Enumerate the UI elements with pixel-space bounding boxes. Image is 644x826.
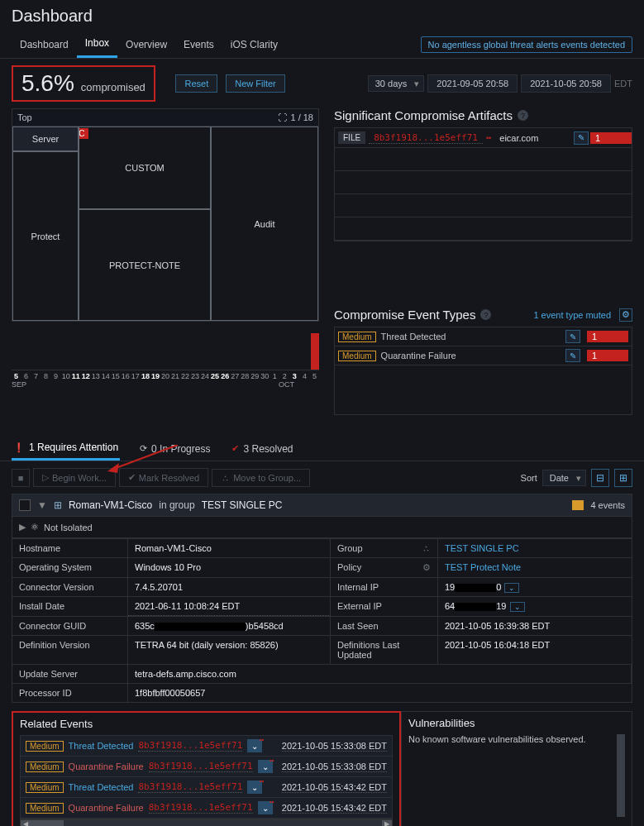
move-to-group-button[interactable]: ⛬Move to Group... <box>212 469 310 487</box>
date-range-select[interactable]: 30 days <box>368 75 425 92</box>
date-start[interactable]: 2021-09-05 20:58 <box>427 74 518 93</box>
help-icon[interactable]: ? <box>518 110 528 121</box>
val-hostname: Roman-VM1-Cisco <box>128 538 331 557</box>
related-title: Related Events <box>20 718 393 730</box>
severity-badge: Medium <box>338 351 376 361</box>
tab-inbox[interactable]: Inbox <box>77 31 117 58</box>
treemap-cell-protect[interactable]: Protect <box>12 151 79 321</box>
timeline-day: 6 <box>21 372 31 380</box>
chevron-down-icon[interactable]: ▼ <box>37 499 47 511</box>
muted-link[interactable]: 1 event type muted <box>533 310 611 320</box>
event-dropdown[interactable]: ⌄ <box>247 781 262 794</box>
severity-badge: Medium <box>26 762 64 772</box>
related-event-row[interactable]: Medium Quarantine Failure 8b3f1918...1e5… <box>21 757 392 777</box>
select-all-checkbox[interactable]: ■ <box>12 469 30 487</box>
lbl-os: Operating System <box>12 557 128 577</box>
event-dropdown[interactable]: ⌄ <box>247 739 262 752</box>
artifact-type-tag: FILE <box>338 131 365 144</box>
event-name[interactable]: Quarantine Failure <box>69 762 144 771</box>
timeline-day: 12 <box>81 372 90 380</box>
related-event-row[interactable]: Medium Threat Detected 8b3f1918...1e5eff… <box>21 777 392 798</box>
scrollbar[interactable]: ◀ ▶ <box>20 819 393 826</box>
timeline-day: 15 <box>111 372 120 380</box>
windows-icon: ⊞ <box>54 499 62 511</box>
event-dropdown[interactable]: ⌄ <box>258 760 273 773</box>
event-type-row[interactable]: Medium Quarantine Failure ✎ 1 <box>334 346 632 365</box>
date-end[interactable]: 2021-10-05 20:58 <box>521 74 611 93</box>
asset-checkbox[interactable] <box>19 499 31 511</box>
timeline-day: 10 <box>61 372 70 380</box>
collapse-icon[interactable]: ⊟ <box>591 469 609 487</box>
event-name[interactable]: Quarantine Failure <box>69 803 144 813</box>
related-event-row[interactable]: Medium Quarantine Failure 8b3f1918...1e5… <box>21 798 392 819</box>
tab-resolved[interactable]: ✔3 Resolved <box>230 437 294 461</box>
new-filter-button[interactable]: New Filter <box>226 74 285 93</box>
timeline-day: 5 <box>12 372 21 380</box>
gear-icon[interactable]: ⚙ <box>619 308 632 322</box>
scrollbar[interactable] <box>617 734 625 817</box>
lbl-internal-ip: Internal IP <box>331 577 438 596</box>
val-def-version: TETRA 64 bit (daily version: 85826) <box>128 635 331 664</box>
event-name[interactable]: Threat Detected <box>69 741 134 751</box>
expand-icon[interactable]: ⊞ <box>614 469 632 487</box>
play-icon: ▷ <box>42 472 49 483</box>
page-title: Dashboard <box>0 0 644 31</box>
event-hash[interactable]: 8b3f1918...1e5eff71 <box>138 740 242 752</box>
progress-icon: ⟳ <box>140 443 147 454</box>
tab-dashboard[interactable]: Dashboard <box>12 32 77 57</box>
isolation-icon: ⚛ <box>31 522 39 532</box>
artifacts-title: Significant Compromise Artifacts <box>334 108 513 122</box>
alert-icon: ❗ <box>13 442 25 453</box>
severity-badge: Medium <box>26 782 64 793</box>
tab-overview[interactable]: Overview <box>117 32 175 57</box>
timeline-day: 5 <box>310 372 319 380</box>
event-hash[interactable]: 8b3f1918...1e5eff71 <box>149 802 253 814</box>
val-policy[interactable]: TEST Protect Note <box>438 557 632 577</box>
sort-select[interactable]: Date <box>542 470 586 486</box>
threat-alert-banner[interactable]: No agentless global threat alerts events… <box>421 36 632 53</box>
event-dropdown[interactable]: ⌄ <box>258 801 273 814</box>
treemap-panel: Top ⛶ 1 / 18 TEST SINGLE PC Server Prote… <box>12 108 319 322</box>
begin-work-button[interactable]: ▷Begin Work... <box>33 468 116 487</box>
event-hash[interactable]: 8b3f1918...1e5eff71 <box>149 761 253 772</box>
treemap-cell-protect-note[interactable]: PROTECT-NOTE <box>79 209 211 321</box>
related-event-row[interactable]: Medium Threat Detected 8b3f1918...1e5eff… <box>21 736 392 757</box>
artifact-action-icon[interactable]: ✎ <box>574 131 589 145</box>
ip-dropdown[interactable]: ⌄ <box>510 602 525 612</box>
event-name[interactable]: Threat Detected <box>69 782 134 792</box>
event-spark <box>572 500 584 510</box>
help-icon[interactable]: ? <box>480 309 491 320</box>
val-group[interactable]: TEST SINGLE PC <box>438 538 632 557</box>
event-timestamp: 2021-10-05 15:43:42 EDT <box>282 782 387 793</box>
edit-icon[interactable]: ✎ <box>565 330 580 343</box>
mark-resolved-button[interactable]: ✔Mark Resolved <box>119 468 208 487</box>
tab-events[interactable]: Events <box>175 32 222 57</box>
group-link[interactable]: TEST SINGLE PC <box>202 499 283 511</box>
artifact-domain: eicar.com <box>494 133 543 143</box>
lbl-install: Install Date <box>12 596 128 616</box>
artifact-count: 1 <box>590 132 632 144</box>
treemap-cell-server[interactable]: Server <box>12 127 79 151</box>
asset-header[interactable]: ▼ ⊞ Roman-VM1-Cisco in group TEST SINGLE… <box>12 494 632 517</box>
lbl-def-updated: Definitions Last Updated <box>331 635 438 664</box>
event-type-row[interactable]: Medium Threat Detected ✎ 1 <box>334 327 632 346</box>
treemap-expand-icon[interactable]: ⛶ <box>278 112 287 122</box>
val-last-seen: 2021-10-05 16:39:38 EDT <box>438 616 632 635</box>
treemap-cell-custom[interactable]: CUSTOM <box>79 127 211 209</box>
isolation-row[interactable]: ▶ ⚛ Not Isolated <box>12 517 632 538</box>
event-hash[interactable]: 8b3f1918...1e5eff71 <box>138 781 242 793</box>
artifact-hash[interactable]: 8b3f1918...1e5eff71 <box>369 132 483 144</box>
timeline-day: 17 <box>131 372 140 380</box>
timeline-day: 26 <box>221 372 230 380</box>
tab-ios-clarity[interactable]: iOS Clarity <box>222 32 286 57</box>
reset-button[interactable]: Reset <box>175 74 217 93</box>
ip-dropdown[interactable]: ⌄ <box>504 583 519 593</box>
timeline-day: 3 <box>290 372 299 380</box>
tab-in-progress[interactable]: ⟳0 In Progress <box>138 437 212 461</box>
treemap-cell-audit[interactable]: Audit <box>211 127 318 321</box>
edit-icon[interactable]: ✎ <box>565 349 580 362</box>
lbl-processor: Processor ID <box>12 683 128 702</box>
hostname[interactable]: Roman-VM1-Cisco <box>69 499 152 511</box>
chevron-right-icon[interactable]: ▶ <box>19 522 26 532</box>
tab-requires-attention[interactable]: ❗1 Requires Attention <box>12 437 120 461</box>
